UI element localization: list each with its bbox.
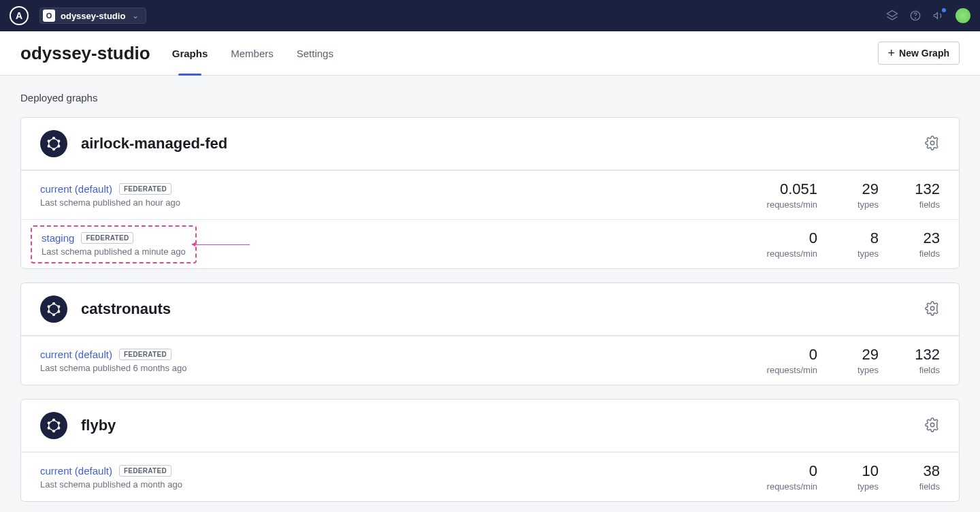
- gear-icon[interactable]: [925, 301, 940, 318]
- stat-label: types: [838, 249, 879, 259]
- user-avatar[interactable]: [956, 8, 970, 23]
- variant-meta: Last schema published a month ago: [40, 479, 182, 490]
- stat-value: 0: [749, 229, 817, 247]
- stat-label: requests/min: [749, 249, 817, 259]
- svg-point-22: [58, 427, 60, 429]
- variant-meta: Last schema published an hour ago: [40, 197, 180, 208]
- variant-info: current (default) FEDERATED Last schema …: [40, 183, 180, 208]
- svg-point-25: [48, 422, 50, 424]
- svg-point-26: [930, 423, 934, 427]
- variant-meta: Last schema published a minute ago: [42, 246, 186, 257]
- graph-card: catstronauts current (default) FEDERATED…: [20, 283, 960, 385]
- graph-card-header-left: flyby: [40, 412, 116, 439]
- variant-stats: 0requests/min 8types 23fields: [749, 229, 940, 259]
- svg-marker-19: [49, 420, 59, 432]
- variant-info: current (default) FEDERATED Last schema …: [40, 349, 186, 373]
- variant-stats: 0.051requests/min 29types 132fields: [749, 180, 940, 210]
- stat-types: 8types: [838, 229, 879, 259]
- federated-badge: FEDERATED: [81, 232, 133, 244]
- stat-label: fields: [899, 481, 940, 492]
- federated-badge: FEDERATED: [119, 183, 172, 195]
- help-icon[interactable]: [909, 10, 921, 22]
- stat-label: fields: [899, 199, 940, 210]
- stat-label: fields: [899, 249, 940, 259]
- svg-point-10: [930, 141, 934, 145]
- page-title: odyssey-studio: [20, 43, 150, 64]
- svg-point-12: [53, 302, 55, 304]
- page-subheader: odyssey-studio Graphs Members Settings +…: [0, 31, 980, 76]
- stat-label: fields: [899, 365, 940, 375]
- svg-point-24: [48, 427, 50, 429]
- svg-point-15: [53, 314, 55, 316]
- variant-info: current (default) FEDERATED Last schema …: [40, 465, 182, 490]
- stat-value: 8: [838, 229, 879, 247]
- federated-badge: FEDERATED: [119, 349, 172, 360]
- chevron-down-icon: ⌄: [132, 11, 139, 20]
- stat-requests: 0requests/min: [749, 462, 817, 492]
- stat-label: requests/min: [749, 481, 817, 492]
- stat-fields: 132fields: [899, 346, 940, 375]
- notification-dot-icon: [942, 8, 946, 12]
- stat-value: 132: [899, 180, 940, 198]
- org-badge: O: [43, 10, 55, 22]
- annotation-highlight: staging FEDERATED Last schema published …: [40, 231, 187, 258]
- stat-fields: 23fields: [899, 229, 940, 259]
- new-graph-label: New Graph: [899, 48, 949, 59]
- stat-requests: 0.051requests/min: [749, 180, 817, 210]
- svg-point-18: [930, 306, 934, 310]
- stat-label: types: [838, 365, 879, 375]
- variant-link[interactable]: current (default): [40, 349, 112, 360]
- org-selector[interactable]: O odyssey-studio ⌄: [39, 7, 146, 24]
- stat-value: 0: [749, 462, 817, 480]
- svg-marker-11: [49, 304, 59, 315]
- svg-point-5: [58, 140, 60, 142]
- topbar-left: A O odyssey-studio ⌄: [10, 6, 146, 25]
- stat-value: 29: [838, 180, 879, 198]
- stat-requests: 0requests/min: [749, 346, 817, 375]
- layers-icon[interactable]: [886, 10, 898, 22]
- stat-value: 10: [838, 462, 879, 480]
- tab-settings[interactable]: Settings: [295, 31, 335, 75]
- stat-value: 29: [838, 346, 879, 364]
- apollo-logo-icon[interactable]: A: [10, 6, 29, 25]
- stat-fields: 132fields: [899, 180, 940, 210]
- section-heading: Deployed graphs: [20, 92, 960, 103]
- svg-point-6: [58, 145, 60, 147]
- variant-link[interactable]: current (default): [40, 183, 112, 195]
- variant-row: current (default) FEDERATED Last schema …: [21, 170, 959, 219]
- graph-card-header: catstronauts: [21, 283, 959, 336]
- graph-card-header: airlock-managed-fed: [21, 118, 959, 170]
- svg-point-8: [48, 145, 50, 147]
- stat-types: 10types: [838, 462, 879, 492]
- annotation-arrow-icon: [195, 244, 250, 245]
- graph-name[interactable]: airlock-managed-fed: [81, 135, 227, 153]
- svg-point-14: [58, 310, 60, 313]
- svg-point-17: [48, 306, 50, 308]
- svg-marker-3: [49, 138, 59, 150]
- graph-card-header-left: catstronauts: [40, 295, 171, 323]
- top-navbar: A O odyssey-studio ⌄: [0, 0, 980, 31]
- svg-point-4: [53, 137, 55, 139]
- gear-icon[interactable]: [925, 417, 940, 434]
- federation-icon: [40, 130, 67, 157]
- variant-meta: Last schema published 6 months ago: [40, 363, 186, 373]
- variant-link[interactable]: current (default): [40, 465, 112, 477]
- tab-members[interactable]: Members: [229, 31, 275, 75]
- federated-badge: FEDERATED: [119, 465, 172, 477]
- stat-value: 38: [899, 462, 940, 480]
- variant-link[interactable]: staging: [42, 232, 74, 244]
- svg-point-2: [915, 18, 916, 18]
- svg-point-16: [48, 310, 50, 313]
- graph-name[interactable]: flyby: [81, 417, 116, 434]
- gear-icon[interactable]: [925, 135, 940, 153]
- svg-point-9: [48, 140, 50, 142]
- graph-name[interactable]: catstronauts: [81, 300, 171, 318]
- stat-value: 132: [899, 346, 940, 364]
- new-graph-button[interactable]: + New Graph: [878, 42, 960, 65]
- announcement-icon[interactable]: [932, 10, 945, 22]
- tab-graphs[interactable]: Graphs: [171, 31, 210, 75]
- topbar-right: [886, 8, 970, 23]
- plus-icon: +: [888, 48, 896, 58]
- variant-stats: 0requests/min 10types 38fields: [749, 462, 940, 492]
- svg-point-23: [53, 430, 55, 432]
